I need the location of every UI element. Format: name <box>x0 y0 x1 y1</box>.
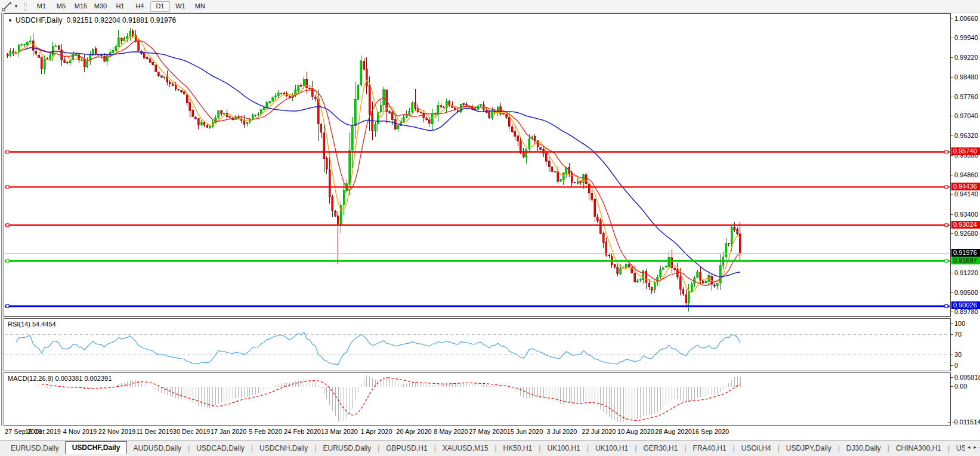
date-tick-label: 13 Mar 2020 <box>321 428 358 435</box>
timeframe-button-group: M1M5M15M30H1H4D1W1MN <box>32 1 210 12</box>
tabs-scroll-left-icon[interactable]: ◂ <box>967 444 970 450</box>
price-tick-label: 0.91220 <box>954 269 978 276</box>
chart-tab-audusd-daily[interactable]: AUDUSD,Daily <box>127 442 187 455</box>
date-tick-label: 15 Jun 2020 <box>507 428 543 435</box>
chart-tab-usoil-h4[interactable]: USOil,H4 <box>735 442 777 455</box>
main-chart-panel[interactable] <box>4 13 951 317</box>
macd-panel[interactable] <box>4 372 951 426</box>
price-tick-label: 0.99220 <box>954 54 978 61</box>
date-tick-label: 22 Jul 2020 <box>582 428 616 435</box>
price-tick-label: 0.90500 <box>954 289 978 296</box>
date-tick-label: 24 Feb 2020 <box>284 428 321 435</box>
chart-title: ▼USDCHF,Daily0.92151 0.92204 0.91881 0.9… <box>8 16 176 24</box>
chart-tab-xauusd-m15[interactable]: XAUUSD,M15 <box>437 442 494 455</box>
candlestick-chart-surface[interactable] <box>4 14 950 316</box>
macd-tick-label: -0.011514 <box>952 418 980 426</box>
ma-fast-line <box>13 36 740 292</box>
timeframe-button-d1[interactable]: D1 <box>150 1 170 12</box>
window-edge-line <box>1 13 2 426</box>
date-tick-label: 10 Aug 2020 <box>617 428 654 435</box>
horizontal-level-lines[interactable] <box>5 150 950 307</box>
price-tick-label: 0.92680 <box>954 230 978 237</box>
rsi-tick-label: 100 <box>954 320 965 327</box>
price-tick-label: 0.94860 <box>954 171 978 178</box>
timeframe-button-m5[interactable]: M5 <box>52 1 70 11</box>
date-tick-label: 5 Feb 2020 <box>249 428 282 435</box>
date-tick-label: 20 Apr 2020 <box>396 428 431 435</box>
chart-tab-eurusd-daily[interactable]: EURUSD,Daily <box>5 442 65 455</box>
trading-terminal-window: ▼ M1M5M15M30H1H4D1W1MN ▼USDCHF,Daily0.92… <box>0 0 980 456</box>
chart-tab-dj30-daily[interactable]: DJ30,Daily <box>840 442 887 455</box>
level-price-label: 0.90026 <box>951 301 980 309</box>
rsi-tick-label: 70 <box>954 331 962 338</box>
timeframe-button-mn[interactable]: MN <box>191 1 209 11</box>
date-tick-label: 22 Nov 2019 <box>98 428 135 435</box>
rsi-line <box>16 332 740 365</box>
date-tick-label: 17 Jan 2020 <box>211 428 247 435</box>
chart-tab-bar: EURUSD,DailyUSDCHF,DailyAUDUSD,Daily|USD… <box>0 440 980 456</box>
ma-slow-line <box>24 48 740 276</box>
timeframe-button-m30[interactable]: M30 <box>91 1 110 11</box>
chart-tab-hk50-h1[interactable]: HK50,H1 <box>497 442 539 455</box>
window-edge-line-light <box>2 13 3 426</box>
candlestick-series <box>7 28 741 312</box>
tabs-scroll-right-icon[interactable]: ▸ <box>973 444 976 450</box>
date-tick-label: 16 Oct 2019 <box>25 428 61 435</box>
level-price-label: 0.94436 <box>951 183 980 190</box>
top-toolbar: ▼ M1M5M15M30H1H4D1W1MN <box>0 0 980 13</box>
date-tick-label: 4 Nov 2019 <box>63 428 97 435</box>
tab-scroll-arrows: ◂ ▸ <box>965 443 979 451</box>
price-tick-label: 1.00660 <box>954 15 978 22</box>
ma-mid-line <box>19 41 740 285</box>
chart-tab-fra40-h1[interactable]: FRA40,H1 <box>687 442 732 455</box>
level-price-label: 0.95740 <box>951 147 980 155</box>
toolbar-grip[interactable] <box>24 2 27 11</box>
price-tick-label: 0.98480 <box>954 73 978 81</box>
timeframe-button-h4[interactable]: H4 <box>131 1 149 11</box>
rsi-indicator-label: RSI(14) 54.4454 <box>8 321 56 328</box>
date-tick-label: 16 Sep 2020 <box>692 428 729 435</box>
level-price-label: 0.91697 <box>951 257 980 264</box>
rsi-panel[interactable] <box>4 318 951 371</box>
macd-tick-label: 0.005818 <box>954 374 980 381</box>
price-tick-label: 0.93400 <box>954 211 978 218</box>
date-tick-label: 3 Jul 2020 <box>547 428 577 435</box>
timeframe-button-m1[interactable]: M1 <box>32 1 51 11</box>
chart-tab-uk100-h1[interactable]: UK100,H1 <box>589 442 634 455</box>
collapse-indicator-icon[interactable]: ▼ <box>8 18 13 23</box>
date-tick-label: 27 May 2020 <box>469 428 507 435</box>
macd-chart-surface <box>4 373 950 425</box>
date-tick-label: 11 Dec 2019 <box>136 428 173 435</box>
date-tick-label: 30 Dec 2019 <box>173 428 210 435</box>
chart-tab-uk100-h1[interactable]: UK100,H1 <box>541 442 586 455</box>
rsi-tick-label: 0 <box>954 362 958 369</box>
chart-tab-china300-h1[interactable]: CHINA300,H1 <box>890 442 947 455</box>
rsi-tick-label: 30 <box>954 351 962 358</box>
macd-indicator-label: MACD(12,26,9) 0.003381 0.002391 <box>8 375 112 382</box>
price-tick-label: 0.97040 <box>954 112 978 119</box>
macd-histogram <box>36 375 740 422</box>
symbol-period-label: USDCHF,Daily <box>16 16 63 24</box>
timeframe-button-w1[interactable]: W1 <box>171 1 190 11</box>
chart-tab-ger30-h1[interactable]: GER30,H1 <box>637 442 684 455</box>
rsi-chart-surface <box>4 319 950 371</box>
chart-tab-usdjpy-daily[interactable]: USDJPY,Daily <box>780 442 837 455</box>
date-tick-label: 1 Apr 2020 <box>360 428 392 435</box>
chart-tab-eurusd-daily[interactable]: EURUSD,Daily <box>317 442 377 455</box>
timeframe-button-h1[interactable]: H1 <box>111 1 129 11</box>
chart-tab-usdcad-daily[interactable]: USDCAD,Daily <box>190 442 251 455</box>
price-tick-label: 0.99940 <box>954 34 978 41</box>
level-price-label: 0.93024 <box>951 221 980 229</box>
timeframe-button-m15[interactable]: M15 <box>72 1 90 11</box>
price-tick-label: 0.96320 <box>954 132 978 139</box>
chart-tab-usdchf-daily[interactable]: USDCHF,Daily <box>65 441 128 454</box>
tool-dropdown-caret-icon[interactable]: ▼ <box>14 4 18 9</box>
chart-tab-usdcnh-daily[interactable]: USDCNH,Daily <box>253 442 314 455</box>
current-price-label: 0.91976 <box>951 249 980 257</box>
macd-tick-label: 0.00 <box>954 383 967 390</box>
price-tick-label: 0.94140 <box>954 190 978 198</box>
drawing-tool-icon[interactable] <box>2 2 13 11</box>
macd-signal-line <box>42 378 740 421</box>
chart-tab-gbpusd-h1[interactable]: GBPUSD,H1 <box>380 442 433 455</box>
price-tick-label: 0.97760 <box>954 93 978 100</box>
